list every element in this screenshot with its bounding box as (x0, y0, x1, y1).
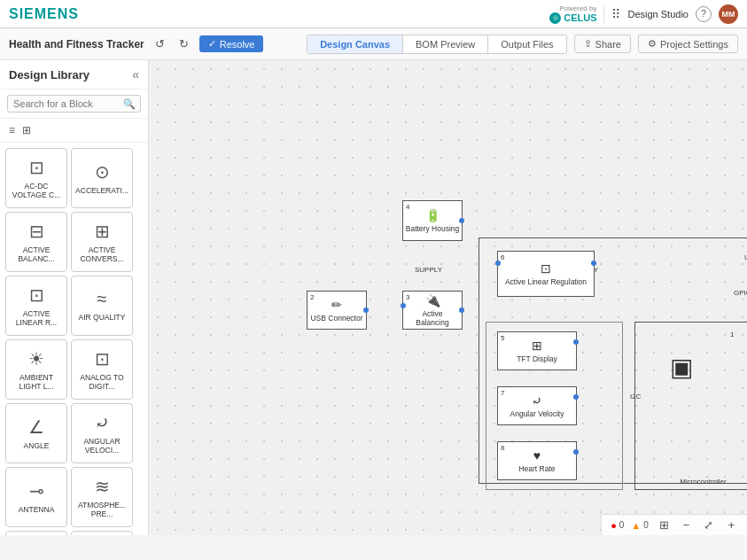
sidebar-block-item[interactable]: ⊡ACTIVE LINEAR R... (5, 276, 67, 336)
user-avatar[interactable]: MM (719, 4, 738, 24)
error-icon: ● (611, 520, 617, 531)
grid-view-button[interactable]: ⊞ (20, 122, 33, 138)
error-count: 0 (619, 520, 625, 530)
sidebar-items: ⊡AC-DC VOLTAGE C...⊙ACCELERATI...⊟ACTIVE… (0, 143, 148, 535)
powered-by-label: Powered by (559, 4, 596, 12)
sidebar-block-item[interactable]: ≋ATMOSPHE... PRE... (71, 467, 133, 527)
block-label: ANTENNA (19, 505, 55, 514)
studio-label: Design Studio (627, 9, 689, 19)
block-icon: ⊡ (29, 284, 44, 306)
sidebar-block-item[interactable]: ≈AIR QUALITY (71, 276, 133, 336)
search-input[interactable] (7, 95, 141, 113)
warning-icon: ▲ (631, 520, 641, 531)
sidebar-block-item[interactable]: ⊟ACTIVE BALANC... (5, 212, 67, 272)
settings-icon: ⚙ (648, 38, 657, 50)
sidebar-block-item[interactable]: ∠ANGLE (5, 403, 67, 463)
celus-icon: ◎ (549, 12, 561, 24)
block-label: ACTIVE LINEAR R... (10, 309, 63, 327)
sidebar-block-item[interactable]: ⊙ACCELERATI... (71, 148, 133, 208)
resolve-button[interactable]: Resolve (199, 35, 264, 52)
block-label: ACTIVE BALANC... (10, 245, 63, 263)
block-label: ANGULAR VELOCI... (75, 437, 128, 455)
studio-dots-icon[interactable]: ⠿ (611, 7, 620, 21)
block-battery-housing[interactable]: 4 🔋 Battery Housing (402, 200, 463, 241)
wire-label-supply-1: SUPPLY (415, 266, 442, 274)
list-view-button[interactable]: ≡ (7, 122, 17, 138)
undo-button[interactable]: ↺ (152, 35, 168, 52)
block-icon: ≋ (95, 476, 110, 497)
fit-view-button[interactable]: ⤢ (700, 517, 717, 533)
search-icon: 🔍 (123, 98, 136, 110)
grid-toggle-button[interactable]: ⊞ (656, 517, 673, 533)
project-settings-button[interactable]: ⚙ Project Settings (638, 35, 738, 53)
siemens-logo: SIEMENS (9, 6, 79, 22)
block-icon: ⊙ (95, 161, 110, 183)
redo-button[interactable]: ↻ (175, 35, 192, 52)
zoom-in-button[interactable]: + (724, 517, 738, 533)
block-label: ACTIVE CONVERS... (75, 245, 128, 263)
mcu-label: Microcontroller (680, 478, 726, 486)
sidebar-block-item[interactable]: ⊡AC-DC VOLTAGE C... (5, 148, 67, 208)
block-icon: ⊸ (29, 480, 44, 502)
sidebar-block-item[interactable]: ⊡ANALOG TO DIGIT... (71, 339, 133, 400)
block-heart-rate[interactable]: 8 ♥ Heart Rate (497, 441, 577, 480)
sidebar-block-item[interactable]: ⊞AUDIO INPUT (71, 531, 133, 535)
block-label: ANGLE (24, 441, 50, 450)
block-label: ACCELERATI... (75, 186, 128, 195)
block-label: ATMOSPHE... PRE... (75, 501, 128, 518)
block-label: AIR QUALITY (79, 313, 126, 322)
zoom-out-button[interactable]: − (680, 517, 694, 533)
sidebar-block-item[interactable]: ⊸ANTENNA (5, 467, 67, 527)
tab-group: Design Canvas BOM Preview Output Files (307, 35, 566, 54)
sidebar-block-item[interactable]: ☀AMBIENT LIGHT L... (5, 339, 67, 400)
block-usb-connector[interactable]: 2 ✏ USB Connector (307, 291, 367, 330)
block-active-balancing[interactable]: 3 🔌 Active Balancing (402, 291, 463, 330)
share-button[interactable]: ⇧ Share (574, 35, 631, 53)
block-icon: ⊡ (29, 157, 44, 178)
canvas-area[interactable]: SUPPLY SUPPLY UART GPIO I2C 1 Microcontr… (149, 60, 747, 535)
celus-label: CELUS (564, 12, 596, 23)
sidebar-block-item[interactable]: ▷AUDIO AMPLIFIC... (5, 531, 67, 535)
sidebar-block-item[interactable]: ⤾ANGULAR VELOCI... (71, 403, 133, 463)
block-icon: ☀ (28, 348, 44, 369)
block-icon: ⊡ (95, 348, 110, 369)
status-bar: ● 0 ▲ 0 ⊞ − ⤢ + (601, 514, 747, 535)
block-angular-velocity[interactable]: 7 ⤾ Angular Velocity (497, 386, 577, 425)
sidebar-block-item[interactable]: ⊞ACTIVE CONVERS... (71, 212, 133, 272)
block-label: AMBIENT LIGHT L... (10, 373, 63, 391)
block-label: ANALOG TO DIGIT... (75, 373, 128, 391)
block-icon: ∠ (28, 416, 44, 438)
block-icon: ≈ (97, 289, 107, 309)
block-active-linear-regulation[interactable]: 6 ⊡ Active Linear Regulation (497, 251, 595, 297)
block-icon: ⊟ (29, 221, 44, 242)
tab-design-canvas[interactable]: Design Canvas (307, 35, 403, 53)
block-icon: ⤾ (95, 412, 110, 433)
share-icon: ⇧ (584, 38, 592, 50)
mcu-chip-icon: ▣ (670, 353, 693, 382)
block-icon: ⊞ (95, 221, 110, 242)
project-title: Health and Fitness Tracker (9, 38, 144, 51)
sidebar-collapse-button[interactable]: « (132, 67, 139, 82)
help-button[interactable]: ? (696, 6, 712, 22)
tab-bom-preview[interactable]: BOM Preview (403, 35, 488, 53)
block-tft-display[interactable]: 5 ⊞ TFT Display (497, 331, 577, 370)
warning-count: 0 (643, 520, 649, 530)
mcu-container: Microcontroller (634, 322, 747, 490)
block-label: AC-DC VOLTAGE C... (10, 182, 63, 199)
sidebar-title: Design Library (9, 68, 89, 82)
tab-output-files[interactable]: Output Files (488, 35, 565, 53)
